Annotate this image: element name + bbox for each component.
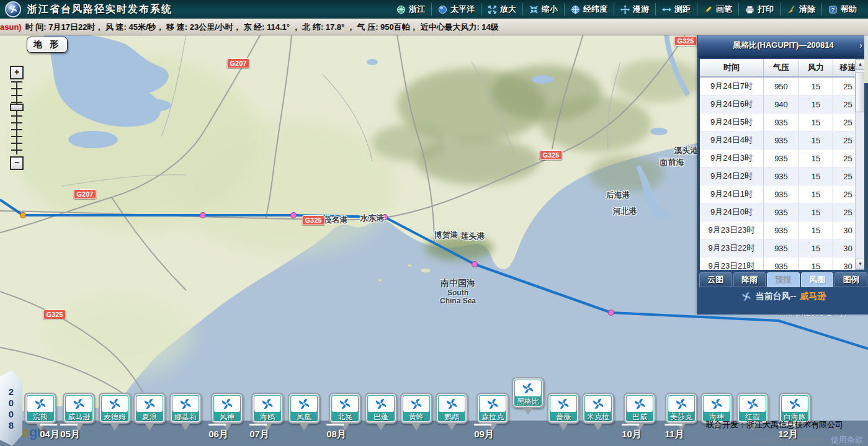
table-cell: 9月23日23时: [700, 221, 764, 239]
current-typhoon-label: 当前台风--: [756, 291, 796, 302]
typhoon-marker-黄蜂[interactable]: 黄蜂: [400, 393, 432, 435]
toolbar-pen-button[interactable]: 画笔: [697, 3, 738, 16]
table-cell: 935: [764, 114, 799, 132]
typhoon-marker-name: 美莎克: [668, 412, 694, 422]
scrollbar-thumb[interactable]: [856, 73, 864, 112]
measure-icon: [662, 5, 671, 14]
typhoon-marker-name: 巴威: [627, 412, 653, 422]
typhoon-marker-name: 森拉克: [480, 412, 506, 422]
table-row[interactable]: 9月23日22时9351530: [700, 239, 863, 257]
toolbar-zoom-in-button[interactable]: 放大: [481, 3, 522, 16]
toolbar-zoom-out-button[interactable]: 缩小: [522, 3, 564, 16]
scroll-down-arrow-icon[interactable]: ▼: [856, 259, 864, 270]
typhoon-data-table-wrap: 时间气压风力移速 9月24日7时95015259月24日6时94015259月2…: [700, 59, 864, 270]
typhoon-marker-黑格比[interactable]: 黑格比: [512, 377, 544, 419]
typhoon-pinwheel-icon: [633, 397, 647, 411]
pacific-icon: [438, 5, 447, 14]
panel-tab-风圈[interactable]: 风圈: [801, 272, 834, 287]
month-label-11月: 11月: [665, 429, 684, 440]
table-row[interactable]: 9月24日7时9501525: [700, 77, 863, 96]
panel-tab-预报[interactable]: 预报: [767, 272, 800, 287]
table-row[interactable]: 9月24日3时9351525: [700, 149, 863, 167]
terrain-button[interactable]: 地 形: [27, 37, 68, 53]
panel-tab-降雨[interactable]: 降雨: [733, 272, 766, 287]
typhoon-marker-蔷薇[interactable]: 蔷薇: [547, 393, 579, 435]
typhoon-marker-凤凰[interactable]: 凤凰: [288, 393, 320, 435]
typhoon-pinwheel-icon: [297, 397, 311, 411]
terms-link[interactable]: 使用条款: [831, 435, 863, 444]
current-typhoon-name-link[interactable]: 威马逊: [800, 291, 826, 302]
month-label-07月: 07月: [249, 429, 269, 440]
month-label-04月: 04月: [40, 429, 60, 440]
toolbar-print-button[interactable]: 打印: [738, 3, 780, 16]
map-label: 茂名港: [324, 215, 348, 226]
typhoon-marker-name: 鹦鹉: [439, 412, 465, 422]
zoom-slider[interactable]: [11, 81, 22, 154]
road-badge-G325: G325: [540, 150, 563, 160]
typhoon-detail-panel: 黑格比(HAGUPIT)—200814 › 时间气压风力移速 9月24日7时95…: [697, 34, 868, 314]
column-header: 时间: [700, 59, 764, 77]
table-row[interactable]: 9月24日0时9351525: [700, 203, 863, 221]
table-cell: 935: [764, 221, 799, 239]
road-badge-G325: G325: [674, 36, 697, 46]
typhoon-marker-name: 蔷薇: [550, 412, 576, 422]
typhoon-marker-娜基莉[interactable]: 娜基莉: [169, 393, 202, 435]
typhoon-marker-夏浪[interactable]: 夏浪: [133, 393, 166, 435]
scroll-up-arrow-icon[interactable]: ▲: [856, 59, 864, 70]
table-cell: 15: [799, 77, 833, 96]
map-label: 水东港: [360, 213, 385, 224]
map-label: 后海港: [606, 190, 630, 201]
typhoon-marker-麦德姆[interactable]: 麦德姆: [99, 393, 131, 435]
zoom-out-button[interactable]: −: [10, 156, 24, 170]
toolbar-measure-button[interactable]: 测距: [655, 3, 697, 16]
panel-tab-云图[interactable]: 云图: [699, 272, 732, 287]
track-point[interactable]: [609, 310, 614, 316]
typhoon-marker-name: 北冕: [332, 412, 358, 422]
toolbar-latlon-button[interactable]: 经纬度: [564, 3, 614, 16]
panel-tab-图例[interactable]: 图例: [834, 272, 867, 287]
toolbar-pacific-button[interactable]: 太平洋: [431, 3, 481, 16]
typhoon-pinwheel-icon: [746, 397, 759, 411]
toolbar-clear-button[interactable]: 清除: [780, 3, 821, 16]
table-row[interactable]: 9月23日23时9351530: [700, 221, 863, 239]
ribbon-digit: 0: [9, 409, 14, 419]
toolbar-help-button[interactable]: 帮助: [821, 3, 863, 16]
toolbar-pan-button[interactable]: 漫游: [614, 3, 655, 16]
table-row[interactable]: 9月24日1时9351525: [700, 185, 863, 203]
table-row[interactable]: 9月24日4时9351525: [700, 132, 863, 149]
marker-tail: [300, 424, 308, 435]
current-typhoon-row: 当前台风-- 威马逊: [698, 291, 868, 302]
ribbon-digit: 0: [9, 398, 14, 408]
typhoon-info-bar: asun) 时 间: 7月17日22时， 风 速: 45米/秒， 移 速: 23…: [0, 19, 868, 35]
typhoon-marker-name: 风神: [214, 412, 240, 422]
typhoon-marker-米克拉[interactable]: 米克拉: [582, 393, 614, 435]
zoom-slider-handle[interactable]: [10, 104, 24, 111]
track-point[interactable]: [20, 213, 26, 218]
zoom-in-button[interactable]: +: [10, 66, 24, 79]
tile-provider-text: CustomTileProvider -: [753, 435, 831, 444]
table-cell: 15: [799, 114, 833, 132]
toolbar-globe-zhejiang-button[interactable]: 浙江: [390, 3, 431, 16]
table-row[interactable]: 9月23日21时9351530: [700, 257, 863, 270]
typhoon-marker-name: 夏浪: [136, 412, 163, 422]
ribbon-digit: 2: [9, 386, 14, 397]
table-row[interactable]: 9月24日2时9351525: [700, 167, 863, 185]
table-cell: 9月23日21时: [700, 257, 764, 270]
typhoon-marker-巴蓬[interactable]: 巴蓬: [365, 393, 397, 435]
table-cell: 9月24日3时: [700, 149, 764, 167]
typhoon-marker-name: 海鸥: [254, 412, 280, 422]
table-row[interactable]: 9月24日6时9401525: [700, 96, 863, 114]
table-row[interactable]: 9月24日5时9351525: [700, 114, 863, 132]
column-header: 气压: [764, 59, 799, 77]
track-point[interactable]: [291, 213, 297, 218]
panel-collapse-chevron-icon[interactable]: ›: [859, 40, 862, 50]
table-scrollbar[interactable]: ▲ ▼: [855, 59, 864, 270]
track-point[interactable]: [472, 262, 478, 267]
typhoon-marker-name: 黄蜂: [403, 412, 429, 422]
latlon-icon: [571, 5, 580, 14]
typhoon-marker-鹦鹉[interactable]: 鹦鹉: [436, 393, 468, 435]
track-point[interactable]: [200, 213, 206, 218]
table-cell: 15: [799, 149, 833, 167]
typhoon-pinwheel-icon: [220, 397, 234, 411]
typhoon-data-table: 时间气压风力移速 9月24日7时95015259月24日6时94015259月2…: [700, 59, 863, 270]
